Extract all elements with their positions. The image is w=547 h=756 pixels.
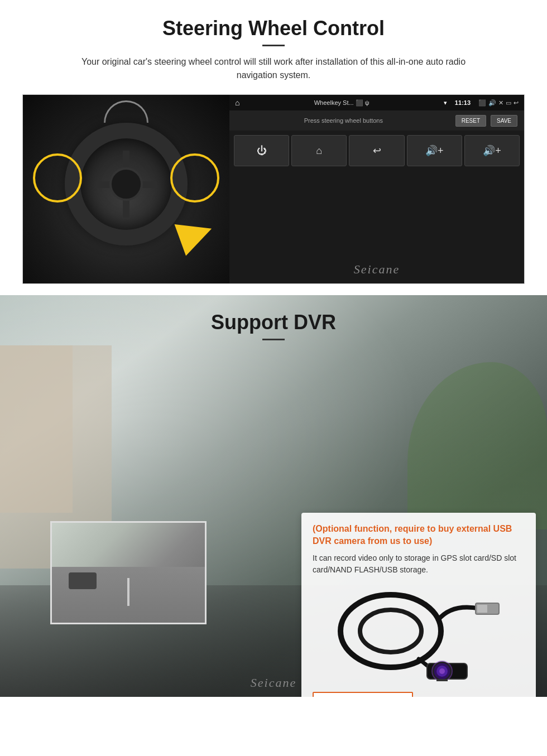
dvr-seicane-label: Seicane: [251, 676, 296, 690]
highlight-circle-left: [33, 153, 82, 203]
title-divider: [262, 45, 285, 46]
optional-function-button[interactable]: Optional Function: [313, 692, 413, 697]
volume-icon: 🔊: [488, 99, 496, 107]
dvr-description: It can record video only to storage in G…: [313, 552, 525, 576]
status-icons-group: ⬛ 🔊 ✕ ▭ ↩: [478, 99, 519, 107]
svg-point-7: [439, 668, 445, 674]
dvr-header: Support DVR: [0, 295, 547, 347]
app-title-label: Wheelkey St... ⬛ ψ: [244, 99, 439, 107]
highlight-circle-right: [170, 153, 219, 203]
dvr-seicane-brand: Seicane: [251, 676, 296, 690]
svg-point-1: [360, 610, 421, 652]
home-icon: ⌂: [235, 98, 239, 107]
dvr-section: Support DVR (Optional function, require …: [0, 295, 547, 697]
dvr-preview-image: [50, 521, 207, 624]
dvr-camera-product-image: [313, 584, 525, 684]
reset-button[interactable]: RESET: [455, 115, 486, 127]
status-bar: ⌂ Wheelkey St... ⬛ ψ ▾ 11:13 ⬛ 🔊 ✕ ▭ ↩: [229, 95, 524, 110]
power-button[interactable]: ⏻: [234, 135, 289, 166]
wifi-icon: ▾: [444, 99, 447, 107]
back-icon: ↩: [514, 99, 519, 107]
steering-wheel-photo: [23, 95, 229, 284]
dvr-title-divider: [262, 339, 285, 340]
seicane-logo-area: Seicane: [229, 171, 524, 283]
home-button[interactable]: ⌂: [291, 135, 347, 166]
seicane-brand: Seicane: [354, 262, 400, 277]
steering-wheel-section: Steering Wheel Control Your original car…: [0, 0, 547, 295]
dvr-info-card: (Optional function, require to buy exter…: [301, 513, 536, 697]
dvr-optional-notice: (Optional function, require to buy exter…: [313, 523, 525, 548]
steering-subtitle: Your original car's steering wheel contr…: [73, 55, 474, 82]
android-screen: ⌂ Wheelkey St... ⬛ ψ ▾ 11:13 ⬛ 🔊 ✕ ▭ ↩ P…: [229, 95, 524, 283]
prompt-bar: Press steering wheel buttons RESET SAVE: [229, 110, 524, 131]
preview-road-line: [127, 578, 129, 606]
controls-row: ⏻ ⌂ ↩ 🔊+ 🔊+: [229, 131, 524, 171]
steering-demo-container: ⌂ Wheelkey St... ⬛ ψ ▾ 11:13 ⬛ 🔊 ✕ ▭ ↩ P…: [22, 94, 525, 284]
volume-up2-button[interactable]: 🔊+: [464, 135, 520, 166]
svg-rect-3: [477, 605, 487, 613]
window-icon: ▭: [506, 99, 511, 107]
camera-icon: ⬛: [478, 99, 486, 107]
prompt-text: Press steering wheel buttons: [236, 117, 451, 124]
volume-up-button[interactable]: 🔊+: [407, 135, 462, 166]
back-button[interactable]: ↩: [349, 135, 404, 166]
preview-car: [69, 572, 97, 589]
wheel-center-hub: [109, 167, 143, 201]
svg-point-0: [340, 595, 441, 667]
svg-rect-9: [436, 679, 448, 681]
camera-svg: [329, 586, 508, 681]
dvr-title: Support DVR: [0, 311, 547, 334]
steering-title: Steering Wheel Control: [22, 17, 525, 40]
status-time: 11:13: [455, 99, 471, 106]
close-icon: ✕: [498, 99, 503, 107]
save-button[interactable]: SAVE: [491, 115, 517, 127]
